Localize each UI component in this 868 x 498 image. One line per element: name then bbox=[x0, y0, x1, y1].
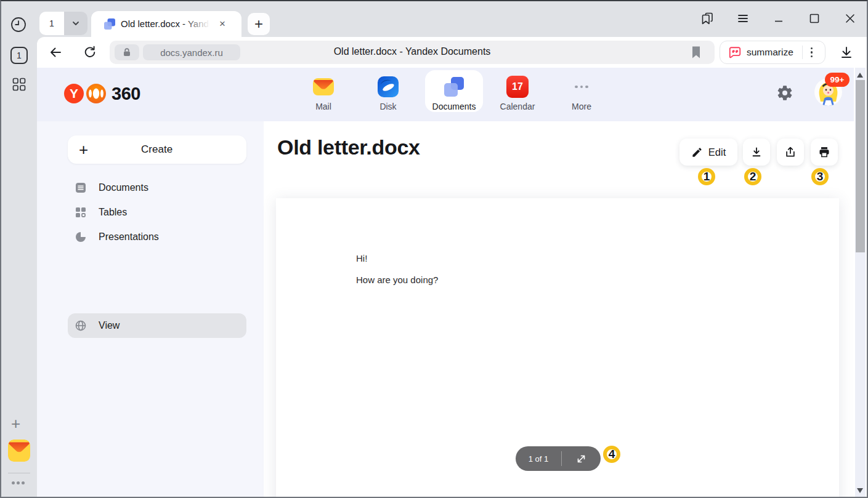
page-counter: 1 of 1 bbox=[516, 454, 561, 464]
calendar-icon: 17 bbox=[506, 76, 529, 98]
mail-icon bbox=[294, 75, 353, 98]
chevron-down-icon[interactable] bbox=[64, 12, 87, 35]
close-button[interactable] bbox=[842, 10, 858, 26]
maximize-button[interactable] bbox=[806, 10, 822, 26]
nav-label: Mail bbox=[294, 102, 353, 111]
download-button[interactable] bbox=[743, 139, 770, 166]
disk-icon bbox=[359, 75, 418, 98]
summarize-quote-icon bbox=[728, 46, 742, 59]
pencil-icon bbox=[691, 147, 703, 158]
side-panels-icon[interactable] bbox=[699, 10, 715, 26]
sidebar-item-presentations[interactable]: Presentations bbox=[68, 225, 246, 249]
sidebar-item-view[interactable]: View bbox=[68, 313, 246, 338]
tab-group-chip[interactable]: 1 bbox=[39, 12, 87, 35]
nav-item-more[interactable]: More bbox=[552, 75, 611, 111]
summarize-label: summarize bbox=[747, 47, 793, 58]
tab-strip: 1 Old letter.docx - Yandex × + bbox=[37, 0, 868, 37]
notification-badge: 99+ bbox=[825, 73, 850, 87]
sidebar-item-label: Documents bbox=[99, 182, 148, 193]
create-button[interactable]: + Create bbox=[68, 135, 246, 164]
nav-item-calendar[interactable]: 17 Calendar bbox=[488, 75, 547, 111]
share-button[interactable] bbox=[777, 139, 804, 166]
sidebar-item-label: View bbox=[99, 320, 120, 331]
tab-group-count[interactable]: 1 bbox=[39, 12, 64, 35]
tab-counter-button[interactable]: 1 bbox=[10, 47, 28, 64]
sidebar-item-tables[interactable]: Tables bbox=[68, 200, 246, 225]
back-icon[interactable] bbox=[48, 45, 63, 62]
yandex-360-logo[interactable]: Y 360 bbox=[63, 82, 140, 105]
yandex-mail-app-icon[interactable] bbox=[8, 440, 30, 462]
fullscreen-expand-icon[interactable] bbox=[562, 454, 601, 464]
scroll-down-icon[interactable] bbox=[857, 488, 863, 493]
more-dots-icon bbox=[575, 86, 588, 89]
address-bar[interactable]: docs.yandex.ru Old letter.docx - Yandex … bbox=[110, 41, 715, 64]
print-icon bbox=[818, 146, 830, 158]
bookmark-icon[interactable] bbox=[690, 46, 702, 62]
document-title: Old letter.docx bbox=[277, 135, 420, 159]
globe-icon bbox=[75, 320, 86, 331]
svg-text:Y: Y bbox=[70, 86, 78, 100]
annotation-circle-1: 1 bbox=[698, 168, 715, 185]
summarize-button[interactable]: summarize bbox=[720, 41, 825, 64]
scrollbar-thumb[interactable] bbox=[856, 80, 865, 252]
plus-icon: + bbox=[79, 142, 88, 157]
documents-sidebar: + Create Documents Tables Presentations … bbox=[37, 121, 264, 498]
share-icon bbox=[784, 146, 797, 158]
history-icon[interactable] bbox=[10, 16, 27, 36]
summarize-divider bbox=[802, 46, 803, 59]
nav-item-mail[interactable]: Mail bbox=[294, 75, 353, 111]
nav-label: Disk bbox=[359, 102, 418, 111]
browser-window: 1 + 1 Old letter.docx - Yandex bbox=[0, 0, 868, 498]
nav-item-documents[interactable]: Documents bbox=[424, 75, 484, 111]
reload-icon[interactable] bbox=[83, 45, 97, 62]
tab-title-fade bbox=[184, 17, 214, 31]
page-title[interactable]: Old letter.docx - Yandex Documents bbox=[110, 46, 715, 57]
browser-toolbar: docs.yandex.ru Old letter.docx - Yandex … bbox=[37, 37, 868, 68]
logo-360-text: 360 bbox=[112, 84, 140, 104]
rail-more-icon[interactable] bbox=[12, 481, 25, 484]
rail-add-icon[interactable]: + bbox=[11, 416, 20, 431]
document-line: How are you doing? bbox=[356, 275, 438, 285]
document-line: Hi! bbox=[356, 253, 367, 263]
annotation-circle-3: 3 bbox=[811, 168, 829, 185]
edit-button[interactable]: Edit bbox=[679, 139, 737, 166]
browser-side-rail: 1 + bbox=[0, 0, 37, 498]
nav-label: Calendar bbox=[488, 102, 547, 111]
minimize-button[interactable] bbox=[771, 10, 787, 26]
documents-favicon bbox=[103, 18, 116, 33]
new-tab-button[interactable]: + bbox=[248, 13, 270, 35]
documents-icon bbox=[75, 182, 86, 193]
all-tabs-grid-icon[interactable] bbox=[12, 78, 26, 94]
presentations-icon bbox=[75, 231, 86, 243]
sidebar-item-label: Presentations bbox=[99, 231, 159, 243]
pager-toolbar[interactable]: 1 of 1 bbox=[516, 446, 601, 471]
rail-divider bbox=[8, 473, 30, 473]
documents-cube-icon bbox=[424, 75, 484, 98]
edit-label: Edit bbox=[708, 147, 726, 158]
web-page: Y 360 Mail bbox=[37, 68, 868, 498]
settings-gear-icon[interactable] bbox=[776, 84, 793, 104]
tables-icon bbox=[75, 207, 86, 218]
page-scrollbar[interactable] bbox=[855, 68, 866, 498]
kebab-menu-icon[interactable] bbox=[811, 47, 813, 58]
sidebar-item-documents[interactable]: Documents bbox=[68, 175, 246, 200]
service-header: Y 360 Mail bbox=[37, 68, 854, 121]
browser-tab[interactable]: Old letter.docx - Yandex × bbox=[91, 11, 241, 37]
annotation-circle-2: 2 bbox=[744, 168, 761, 185]
nav-item-disk[interactable]: Disk bbox=[359, 75, 418, 111]
downloads-icon[interactable] bbox=[839, 45, 854, 62]
tab-close-icon[interactable]: × bbox=[217, 18, 228, 30]
download-icon bbox=[750, 146, 763, 158]
print-button[interactable] bbox=[811, 139, 838, 166]
browser-menu-icon[interactable] bbox=[735, 10, 751, 26]
create-label: Create bbox=[88, 143, 225, 156]
scroll-up-icon[interactable] bbox=[857, 73, 863, 78]
nav-label: More bbox=[552, 102, 611, 111]
nav-label: Documents bbox=[424, 102, 484, 111]
sidebar-item-label: Tables bbox=[99, 207, 127, 218]
annotation-circle-4: 4 bbox=[603, 446, 620, 463]
